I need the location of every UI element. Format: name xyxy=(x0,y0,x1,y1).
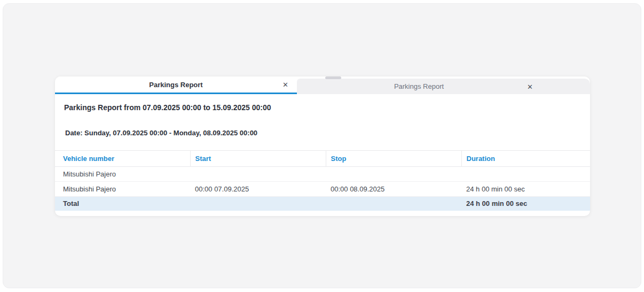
total-start xyxy=(190,197,326,211)
total-row: Total 24 h 00 min 00 sec xyxy=(55,197,590,211)
table-header-row: Vehicle number Start Stop Duration xyxy=(55,151,590,167)
report-content: Parkings Report from 07.09.2025 00:00 to… xyxy=(55,103,590,211)
tab-label: Parkings Report xyxy=(394,82,444,90)
total-duration: 24 h 00 min 00 sec xyxy=(461,197,590,211)
total-label: Total xyxy=(55,197,190,211)
drag-handle[interactable] xyxy=(325,76,341,79)
vehicle-group-row[interactable]: Mitsubishi Pajero xyxy=(55,167,590,182)
report-title: Parkings Report from 07.09.2025 00:00 to… xyxy=(64,103,590,112)
cell-duration: 24 h 00 min 00 sec xyxy=(461,182,590,197)
report-window: Parkings Report ✕ Parkings Report ✕ Park… xyxy=(55,76,590,216)
cell-start: 00:00 07.09.2025 xyxy=(190,182,326,197)
app-background: Parkings Report ✕ Parkings Report ✕ Park… xyxy=(3,3,641,288)
cell-vehicle: Mitsubishi Pajero xyxy=(55,182,190,197)
vehicle-group-label: Mitsubishi Pajero xyxy=(55,167,590,182)
column-header-vehicle-number[interactable]: Vehicle number xyxy=(55,151,190,167)
tab-label: Parkings Report xyxy=(149,81,202,89)
column-header-stop[interactable]: Stop xyxy=(326,151,461,167)
tab-bar: Parkings Report ✕ Parkings Report ✕ xyxy=(55,76,590,94)
tab-strip-background: Parkings Report ✕ xyxy=(297,79,590,94)
total-stop xyxy=(326,197,461,211)
tab-parkings-report-active[interactable]: Parkings Report ✕ xyxy=(55,76,297,94)
parkings-table: Vehicle number Start Stop Duration Mitsu… xyxy=(55,150,590,211)
tab-parkings-report-inactive[interactable]: Parkings Report ✕ xyxy=(297,79,541,94)
table-row: Mitsubishi Pajero 00:00 07.09.2025 00:00… xyxy=(55,182,590,197)
cell-stop: 00:00 08.09.2025 xyxy=(326,182,461,197)
report-date-range: Date: Sunday, 07.09.2025 00:00 - Monday,… xyxy=(65,129,590,137)
close-icon[interactable]: ✕ xyxy=(282,81,288,88)
column-header-start[interactable]: Start xyxy=(190,151,326,167)
close-icon[interactable]: ✕ xyxy=(527,83,533,90)
column-header-duration[interactable]: Duration xyxy=(461,151,590,167)
